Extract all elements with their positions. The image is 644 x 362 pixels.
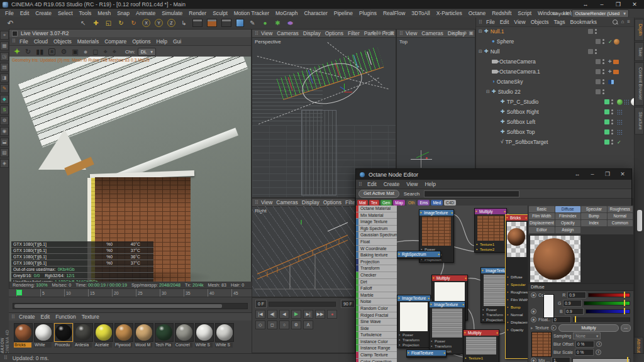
live-viewer-tool-icon[interactable]: ⌖ [113,48,116,55]
material-thumbnail[interactable] [114,323,133,342]
material-item[interactable]: Procedu [54,323,73,348]
toolbar-icon[interactable]: ✱ [274,19,282,27]
close-icon[interactable]: ✕ [626,0,643,9]
tree-item[interactable]: ✚Softbox Top [476,127,634,137]
node-graph-canvas[interactable]: ImageTexture PowerTransformProjection Mu… [397,206,528,362]
pan-icon[interactable]: ✥ [371,30,375,36]
menu-item[interactable]: Snap [117,10,130,16]
tool-icon[interactable]: ⚙ [0,116,9,125]
node-float-texture[interactable]: FloatTexture [406,349,447,358]
window-titlebar[interactable]: CINEMA 4D R19.053 Studio (RC - R19) - [0… [0,0,644,9]
grid-handle-icon[interactable]: ⠿ [255,200,258,206]
layer-chip[interactable] [604,109,609,114]
menu-item[interactable]: Help [157,38,167,45]
toolbar-icon[interactable]: Y [155,19,163,27]
node-header[interactable]: Bricks [506,215,528,221]
toolbar-icon[interactable] [192,19,203,27]
tool-icon[interactable]: ▦ [0,41,9,50]
layer-chip[interactable] [588,29,593,34]
scrollbar-handle[interactable] [14,304,222,308]
visibility-dots[interactable] [602,79,604,81]
timeline-scrollbar[interactable] [9,297,252,313]
node-port[interactable]: Displacement [506,319,528,326]
playhead[interactable] [16,290,22,295]
node-type-item[interactable]: Instance Color [356,339,397,346]
sampling-dropdown[interactable]: None▾ [573,332,601,339]
xpresso-tag-icon[interactable] [624,99,630,105]
menu-item[interactable]: View [406,181,418,187]
menu-item[interactable]: Objects [53,38,72,45]
side-tab[interactable]: Structure [635,107,644,134]
menu-item[interactable]: Create [19,314,35,320]
menu-item[interactable]: Cloud [34,38,48,45]
node-port[interactable]: Transform [397,337,430,343]
menu-item[interactable]: Cameras [421,30,443,36]
material-item[interactable]: Plywood [114,323,133,348]
node-type-item[interactable]: Side [356,326,397,332]
menu-item[interactable]: Objects [531,19,549,25]
visibility-dots[interactable] [602,89,604,91]
overflow-icon[interactable]: ▸ [452,30,455,36]
blur-scale-value[interactable]: 0 % [575,349,594,356]
list-menu-icon[interactable]: ≡ [627,19,630,25]
go-to-end-button[interactable]: ▶▶ [315,310,325,319]
layer-chip[interactable] [596,89,601,94]
prev-key-button[interactable]: ◀| [267,310,277,319]
live-viewer-tool-icon[interactable]: ✦ [14,48,20,55]
material-item[interactable]: Concret [175,323,194,348]
pin-window-icon[interactable]: ↔ [577,0,594,9]
grid-handle-icon[interactable]: ⠿ [358,182,362,187]
menu-item[interactable]: File [486,19,495,25]
node-port[interactable]: Bump [506,304,528,311]
b-slider[interactable] [586,309,630,314]
node-type-item[interactable]: Gaussian Spectrum [356,232,397,239]
visibility-dots[interactable] [611,140,613,141]
node-port[interactable]: Normal [506,311,528,319]
menu-item[interactable]: Options [132,38,150,45]
browse-button[interactable]: ... [621,324,631,332]
side-tab[interactable]: Depth [635,19,644,41]
toolbar-icon[interactable]: ↳ [180,19,188,27]
layer-chip[interactable] [604,140,609,145]
b-value[interactable]: 0.9 [565,308,584,315]
layer-chip[interactable] [604,99,609,104]
render-view[interactable]: Geometry tris: Updated (0) ms: Mesh t0 R… [9,57,251,282]
grid-handle-icon[interactable]: ⠿ [11,314,15,320]
material-item[interactable]: White S [195,323,214,348]
live-viewer-tool-icon[interactable]: ▣ [72,48,78,55]
search-icon[interactable] [613,19,618,25]
menu-item[interactable]: Materials [77,38,99,45]
grid-handle-icon[interactable]: ⠿ [4,355,8,361]
visibility-dots[interactable] [595,49,597,51]
node-port[interactable]: Film Width [506,296,528,304]
node-type-item[interactable]: Clamp Texture [356,352,397,359]
node-header[interactable]: Multiply [475,209,506,214]
node-type-item[interactable]: Sine Wave [356,319,397,326]
scrollbar-handle[interactable] [637,210,642,231]
node-image-texture[interactable]: ImageTexture PowerTransformProjection [397,295,431,348]
toolbar-icon[interactable]: ✎ [248,19,257,27]
material-thumbnail[interactable] [135,323,153,342]
toolbar-icon[interactable] [207,19,217,27]
node-type-item[interactable]: Dirt [356,279,397,286]
material-channel-tab[interactable]: Filmindex [555,213,581,219]
node-port[interactable]: Power [397,332,430,337]
node-type-item[interactable]: Turbulence [356,332,397,339]
live-viewer-tool-icon[interactable]: ◻ [92,48,98,55]
zoom-icon[interactable]: ⊕ [463,30,467,36]
menu-item[interactable]: Options [323,199,341,206]
node-category-chip[interactable]: Map [393,200,405,206]
mix-value[interactable]: 1. [552,357,570,362]
live-viewer-tool-icon[interactable]: ⌖ [103,48,107,55]
texture-link-button[interactable]: Multiply [558,324,619,332]
timeline-ruler[interactable]: 051015202530354045 [9,288,252,297]
menu-item[interactable]: Bookmarks [570,19,597,25]
material-thumbnail[interactable] [195,323,214,342]
blur-offset-value[interactable]: 0 % [575,341,594,348]
toolbar-icon[interactable]: ◱ [104,19,113,27]
visibility-dots[interactable] [611,99,613,101]
maximize-icon[interactable]: ❐ [600,169,615,180]
node-type-item[interactable]: Instance Range [356,345,397,352]
node-type-item[interactable]: Color Correction [356,359,397,362]
menu-item[interactable]: RealFlow [383,10,405,16]
